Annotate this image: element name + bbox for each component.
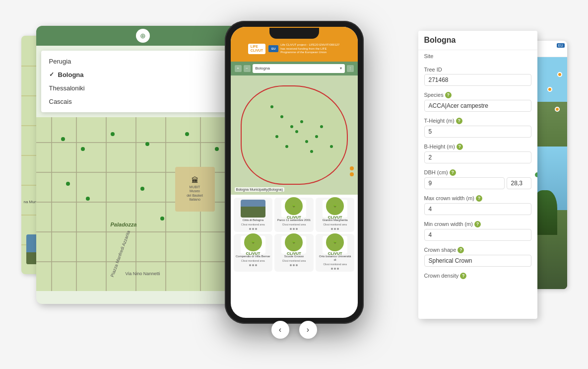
card-subtitle-4: Clivut monitored area [241, 259, 265, 262]
sv-tree-marker-2 [547, 87, 552, 92]
grid-card-giardini[interactable]: 🌳 CLiVUT Giardini Margherita Clivut moni… [316, 198, 355, 232]
phone-screen: LIFECLIVUT EU Life CLiVUT project - LIFE… [231, 27, 358, 318]
grid-card-scuole[interactable]: 🌳 CLiVUT Scuole Grosso Clivut monitored … [274, 234, 314, 272]
crown-density-help-icon[interactable]: ? [460, 273, 466, 279]
card-title-1: Città di Bologna [243, 219, 263, 222]
crown-shape-field: Crown shape ? Spherical Crown [418, 244, 537, 270]
crown-shape-help-icon[interactable]: ? [457, 247, 464, 253]
zoom-out-btn[interactable]: − [244, 65, 251, 72]
card-actions-2 [290, 228, 298, 230]
card-actions-6 [331, 268, 339, 270]
clivut-icon-5: 🌳 [285, 233, 303, 251]
dbh-input-2[interactable]: 28,3 [507, 177, 531, 189]
tree-id-label: Tree ID [424, 67, 531, 73]
dbh-help-icon[interactable]: ? [450, 169, 456, 176]
tree-dot-12 [330, 145, 333, 148]
crown-shape-input[interactable]: Spherical Crown [424, 255, 531, 267]
t-height-help-icon[interactable]: ? [456, 118, 462, 124]
card-title-6: Orto botanico Università di [318, 255, 353, 262]
card-title-4: Compendio di Villa Bernar [236, 255, 270, 258]
b-height-input[interactable]: 2 [424, 151, 531, 163]
card-subtitle-5: Clivut monitored area [282, 259, 306, 262]
phone-map-label: Bologna Municipality(Bologna) [235, 187, 285, 192]
species-input[interactable]: ACCA|Acer campestre [424, 100, 531, 112]
max-crown-input[interactable]: 4 [424, 203, 531, 215]
card-actions-3 [331, 228, 339, 230]
species-field: Species ? ACCA|Acer campestre [418, 89, 537, 115]
card-title-2: Parco 11 settembre 2001 [277, 219, 311, 222]
crown-density-label: Crown density ? [424, 273, 531, 279]
dbh-input-1[interactable]: 9 [424, 177, 505, 189]
giardini-logo: 🌳 CLiVUT [323, 200, 347, 218]
bologna-photo [241, 200, 265, 218]
clivut-icon-6: 🌳 [326, 233, 344, 251]
phone-toolbar: + − Bologna ▾ ⋮ [231, 62, 358, 75]
max-crown-help-icon[interactable]: ? [476, 195, 482, 202]
grid-card-orto[interactable]: 🌳 CLiVUT Orto botanico Università di Cli… [316, 234, 355, 272]
phone-grid: Città di Bologna Clivut monitored area 🌳… [231, 195, 358, 275]
tree-dot-7 [305, 140, 308, 143]
data-panel-header: Bologna [418, 31, 537, 50]
orto-logo: 🌳 CLiVUT [323, 236, 347, 254]
card-subtitle-2: Clivut monitored area [282, 223, 306, 226]
museum-block: 🏛 MUBITMuseodel BasketItaliano [175, 167, 215, 212]
min-crown-field: Min crown width (m) ? 4 [418, 218, 537, 244]
dbh-label: DBH (cm) ? [424, 169, 531, 176]
perugia-label: Perugia [49, 58, 71, 65]
map-header: ⊕ [36, 26, 250, 46]
next-button[interactable]: › [299, 321, 317, 339]
city-option-perugia[interactable]: Perugia [41, 55, 245, 68]
card-subtitle-3: Clivut monitored area [323, 223, 347, 226]
navigation-controls: ‹ › [271, 321, 317, 339]
crown-density-field: Crown density ? [418, 270, 537, 284]
city-select-display[interactable]: Bologna [256, 66, 270, 71]
city-option-thessaloniki[interactable]: Thessaloniki [41, 81, 245, 95]
bologna-label: Bologna [58, 71, 84, 78]
clivut-icon-2: 🌳 [285, 197, 303, 215]
card-actions-4 [249, 264, 257, 266]
compass-icon[interactable]: ⊕ [136, 29, 150, 43]
left-map-panel: ⊕ Perugia ✓ Bologna Thessaloniki Cascais [36, 26, 250, 304]
sv-tree-marker-3 [555, 107, 560, 112]
site-field: Site [418, 50, 537, 64]
tree-dot-8 [300, 120, 303, 123]
species-label: Species ? [424, 92, 531, 98]
card-title-5: Scuole Grosso [284, 255, 304, 258]
tree-dot-3 [290, 125, 293, 128]
card-subtitle-1: Clivut monitored area [241, 223, 265, 226]
max-crown-label: Max crown width (m) ? [424, 195, 531, 202]
min-crown-input[interactable]: 4 [424, 229, 531, 241]
scuole-logo: 🌳 CLiVUT [281, 236, 306, 254]
map-options-btn[interactable]: ⋮ [347, 65, 354, 72]
grid-card-bologna[interactable]: Città di Bologna Clivut monitored area [234, 198, 273, 232]
crown-shape-label: Crown shape ? [424, 247, 531, 253]
t-height-label: T-Height (m) ? [424, 118, 531, 124]
prev-button[interactable]: ‹ [271, 321, 289, 339]
orange-dot-strip [350, 166, 354, 178]
species-help-icon[interactable]: ? [445, 92, 452, 98]
city-option-bologna[interactable]: ✓ Bologna [41, 68, 245, 81]
min-crown-help-icon[interactable]: ? [474, 221, 481, 227]
phone-notch [269, 28, 319, 39]
t-height-input[interactable]: 5 [424, 126, 531, 138]
phone-logo: LIFECLIVUT EU Life CLiVUT project - LIFE… [248, 43, 340, 55]
min-crown-label: Min crown width (m) ? [424, 221, 531, 227]
city-option-cascais[interactable]: Cascais [41, 95, 245, 108]
villa-logo: 🌳 CLiVUT [241, 236, 265, 254]
tree-dot-11 [320, 125, 323, 128]
b-height-help-icon[interactable]: ? [457, 144, 463, 150]
species-indicator [535, 172, 537, 177]
tree-id-input[interactable]: 271468 [424, 74, 531, 86]
city-dropdown-menu: Perugia ✓ Bologna Thessaloniki Cascais [41, 51, 245, 112]
sv-tree-marker-1 [557, 72, 562, 77]
thessaloniki-label: Thessaloniki [49, 84, 85, 92]
dbh-field: DBH (cm) ? 9 28,3 [418, 166, 537, 192]
grid-card-parco11[interactable]: 🌳 CLiVUT Parco 11 settembre 2001 Clivut … [274, 198, 314, 232]
zoom-in-btn[interactable]: + [235, 65, 242, 72]
card-title-3: Giardini Margherita [323, 219, 348, 222]
grid-card-villa[interactable]: 🌳 CLiVUT Compendio di Villa Bernar Clivu… [234, 234, 273, 272]
t-height-field: T-Height (m) ? 5 [418, 115, 537, 141]
b-height-label: B-Height (m) ? [424, 144, 531, 150]
tree-dot-9 [310, 150, 313, 153]
street-label-1: Piazza Manfredi Azzarita [109, 229, 131, 277]
